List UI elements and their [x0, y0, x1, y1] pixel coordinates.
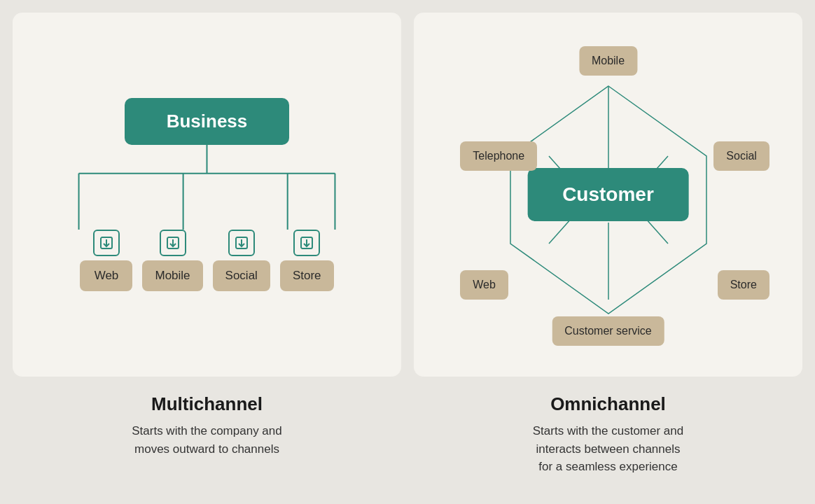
channel-social: Social: [213, 230, 270, 291]
channel-web: Web: [80, 230, 132, 291]
multichannel-card: Business: [13, 13, 401, 377]
business-box: Business: [125, 98, 290, 145]
omni-node-telephone: Telephone: [460, 141, 537, 171]
customer-center: Customer: [527, 168, 689, 221]
channel-box-mobile: Mobile: [142, 260, 202, 291]
channel-box-web: Web: [80, 260, 132, 291]
omni-node-store: Store: [718, 270, 769, 300]
omnichannel-title: Omnichannel: [414, 393, 802, 415]
multichannel-lines: [27, 145, 387, 230]
bottom-section: Multichannel Starts with the company and…: [0, 377, 815, 476]
omnichannel-description: Starts with the customer andinteracts be…: [414, 422, 802, 476]
multichannel-title: Multichannel: [13, 393, 401, 415]
omni-node-web: Web: [460, 270, 508, 300]
arrow-box-social: [228, 230, 255, 256]
omni-node-customer-service: Customer service: [552, 316, 664, 346]
multichannel-description: Starts with the company andmoves outward…: [13, 422, 401, 458]
channel-box-social: Social: [213, 260, 270, 291]
channel-box-store: Store: [280, 260, 334, 291]
omnichannel-text: Omnichannel Starts with the customer and…: [414, 393, 802, 476]
channel-boxes-row: Web Mobile: [80, 230, 333, 291]
arrow-box-store: [293, 230, 320, 256]
channel-mobile: Mobile: [142, 230, 202, 291]
omni-node-mobile: Mobile: [579, 46, 637, 76]
main-container: Business: [0, 0, 815, 377]
arrow-box-web: [93, 230, 120, 256]
omnichannel-diagram: Customer Mobile Telephone Social Web Sto…: [440, 34, 776, 356]
multichannel-text: Multichannel Starts with the company and…: [13, 393, 401, 476]
arrow-box-mobile: [160, 230, 186, 256]
multichannel-diagram: Business: [27, 98, 387, 292]
channel-store: Store: [280, 230, 334, 291]
customer-label: Customer: [562, 183, 654, 205]
omni-node-social: Social: [713, 141, 769, 171]
business-label: Business: [167, 111, 248, 132]
omnichannel-card: Customer Mobile Telephone Social Web Sto…: [414, 13, 802, 377]
